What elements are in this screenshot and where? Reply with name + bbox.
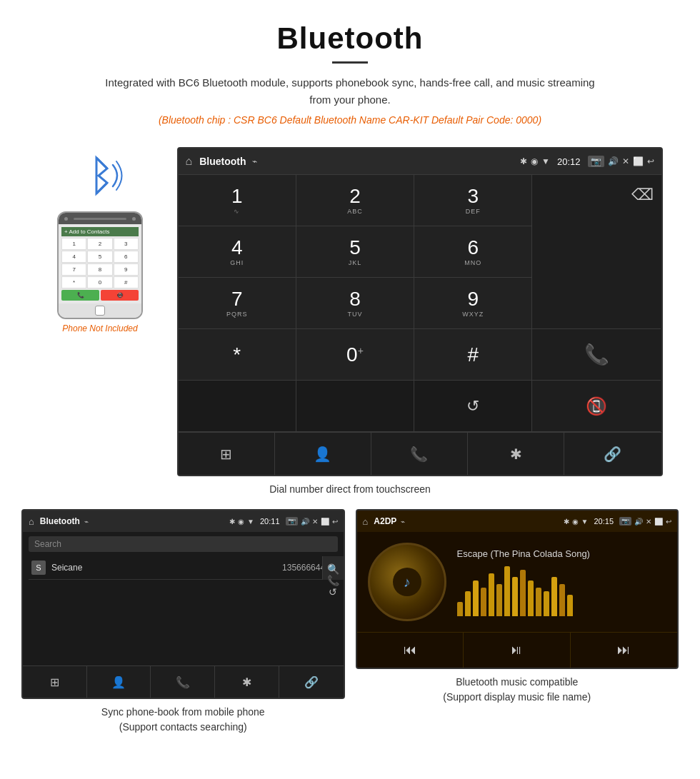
music-cam-icon[interactable]: 📷 [619, 517, 631, 526]
pb-loc-icon: ◉ [238, 518, 244, 526]
pb-empty-space [23, 580, 344, 665]
hu-wifi-icon: ▼ [541, 156, 550, 166]
pb-close-icon[interactable]: ✕ [312, 518, 318, 526]
pb-contact-row[interactable]: S Seicane 13566664466 [29, 556, 338, 580]
music-prev-button[interactable]: ⏮ [357, 633, 464, 668]
pb-refresh-icon[interactable]: ↺ [329, 586, 337, 598]
dialpad-key-star[interactable]: * [179, 329, 296, 381]
phone-key-1[interactable]: 1 [61, 238, 86, 250]
hu-location-icon: ◉ [531, 156, 538, 166]
pb-nav-link[interactable]: 🔗 [279, 666, 344, 698]
phone-key-8[interactable]: 8 [87, 263, 112, 276]
svg-line-0 [96, 183, 107, 194]
pb-nav-contacts-active[interactable]: 👤 [87, 666, 151, 698]
dialpad-display-area: ⌫ [532, 175, 661, 329]
page-subtitle: Integrated with BC6 Bluetooth module, su… [100, 74, 600, 109]
phone-key-3[interactable]: 3 [114, 238, 139, 250]
call-green-icon[interactable]: 📞 [584, 343, 609, 366]
phonebook-screen: ⌂ Bluetooth ⌁ ✱ ◉ ▼ 20:11 📷 🔊 ✕ ⬜ ↩ Sear… [21, 509, 345, 699]
hu-volume-icon[interactable]: 🔊 [608, 156, 619, 166]
pb-nav-call[interactable]: 📞 [151, 666, 215, 698]
pb-vol-icon[interactable]: 🔊 [301, 518, 309, 526]
dialpad-redial-cell [179, 381, 296, 432]
dialpad-key-1[interactable]: 1∿ [179, 175, 296, 226]
page-title: Bluetooth [14, 21, 686, 56]
pb-main-area: S Seicane 13566664466 🔍 📞 ↺ [23, 556, 344, 580]
music-playpause-button[interactable]: ⏯ [464, 633, 571, 668]
bluetooth-signal-icon [71, 147, 129, 204]
dialpad-key-8[interactable]: 8TUV [296, 278, 414, 329]
dialpad-key-6[interactable]: 6MNO [414, 226, 532, 278]
phone-end-button[interactable]: 📵 [101, 290, 139, 301]
dialpad-call-green-cell[interactable]: 📞 [532, 329, 661, 381]
phone-camera-dot [64, 217, 68, 221]
music-time: 20:15 [594, 517, 614, 526]
hu-nav-contacts[interactable]: 👤 [275, 433, 371, 475]
hu-back-icon[interactable]: ↩ [647, 156, 654, 166]
dialpad-call-red-cell[interactable]: 📵 [532, 381, 661, 432]
music-next-button[interactable]: ⏭ [571, 633, 678, 668]
music-song-title: Escape (The Pina Colada Song) [457, 548, 667, 559]
redial-icon[interactable]: ↺ [466, 397, 479, 416]
dialpad-key-3[interactable]: 3DEF [414, 175, 532, 226]
hu-camera-icon[interactable]: 📷 [588, 156, 604, 167]
pb-back-icon[interactable]: ↩ [332, 518, 338, 526]
dialpad-redial-icon-cell[interactable]: ↺ [414, 381, 532, 432]
phone-sensor-dot [132, 217, 136, 221]
dialpad-key-5[interactable]: 5JKL [296, 226, 414, 278]
pb-win-icon[interactable]: ⬜ [321, 518, 329, 526]
call-red-icon[interactable]: 📵 [586, 396, 607, 416]
dialpad-key-7[interactable]: 7PQRS [179, 278, 296, 329]
phone-screen: + Add to Contacts 1 2 3 4 5 6 7 8 9 * 0 … [59, 224, 141, 303]
phone-area: + Add to Contacts 1 2 3 4 5 6 7 8 9 * 0 … [38, 147, 163, 333]
phone-key-6[interactable]: 6 [114, 251, 139, 263]
main-screen-section: + Add to Contacts 1 2 3 4 5 6 7 8 9 * 0 … [0, 147, 700, 476]
phone-key-7[interactable]: 7 [61, 263, 86, 276]
phone-key-hash[interactable]: # [114, 276, 139, 288]
music-win-icon[interactable]: ⬜ [654, 518, 663, 526]
phone-home-button[interactable] [95, 306, 105, 316]
pb-search-placeholder[interactable]: Search [34, 539, 61, 549]
eq-bar-13 [559, 584, 565, 616]
eq-bar-4 [489, 573, 494, 616]
music-home-icon[interactable]: ⌂ [363, 516, 369, 527]
hu-nav-call[interactable]: 📞 [371, 433, 468, 475]
phonebook-caption: Sync phone-book from mobile phone(Suppor… [101, 705, 265, 735]
dialpad-key-hash[interactable]: # [414, 329, 532, 381]
music-close-icon[interactable]: ✕ [646, 518, 651, 526]
hu-home-icon[interactable]: ⌂ [186, 155, 193, 168]
music-title: A2DP [374, 516, 396, 526]
eq-bar-2 [473, 581, 479, 616]
page-header: Bluetooth Integrated with BC6 Bluetooth … [0, 0, 700, 147]
phone-key-5[interactable]: 5 [87, 251, 112, 263]
eq-bar-3 [481, 588, 486, 616]
music-back-icon[interactable]: ↩ [666, 518, 671, 526]
dialpad-key-9[interactable]: 9WXYZ [414, 278, 532, 329]
dialpad-key-2[interactable]: 2ABC [296, 175, 414, 226]
phone-key-9[interactable]: 9 [114, 263, 139, 276]
hu-close-icon[interactable]: ✕ [622, 156, 629, 166]
phone-key-star[interactable]: * [61, 276, 86, 288]
hu-bt-icon: ✱ [520, 156, 527, 166]
music-usb-icon: ⌁ [401, 518, 405, 526]
pb-search-icon[interactable]: 🔍 [327, 563, 339, 575]
hu-nav-bluetooth[interactable]: ✱ [468, 433, 564, 475]
pb-nav-grid[interactable]: ⊞ [23, 666, 87, 698]
pb-home-icon[interactable]: ⌂ [29, 516, 34, 527]
eq-bar-10 [536, 588, 541, 616]
pb-cam-icon[interactable]: 📷 [286, 517, 298, 526]
hu-nav-link[interactable]: 🔗 [564, 433, 661, 475]
backspace-icon[interactable]: ⌫ [631, 186, 654, 204]
hu-nav-grid[interactable]: ⊞ [179, 433, 275, 475]
hu-window-icon[interactable]: ⬜ [633, 156, 644, 166]
phone-key-0[interactable]: 0 [87, 276, 112, 288]
phone-call-button[interactable]: 📞 [61, 290, 99, 301]
music-vol-icon[interactable]: 🔊 [634, 518, 643, 526]
pb-nav-bluetooth[interactable]: ✱ [215, 666, 279, 698]
dialpad-empty-5-2 [296, 381, 414, 432]
phone-key-2[interactable]: 2 [87, 238, 112, 250]
dialpad-key-4[interactable]: 4GHI [179, 226, 296, 278]
dialpad-key-0[interactable]: 0+ [296, 329, 414, 381]
pb-phone-icon[interactable]: 📞 [327, 575, 339, 586]
phone-key-4[interactable]: 4 [61, 251, 86, 263]
